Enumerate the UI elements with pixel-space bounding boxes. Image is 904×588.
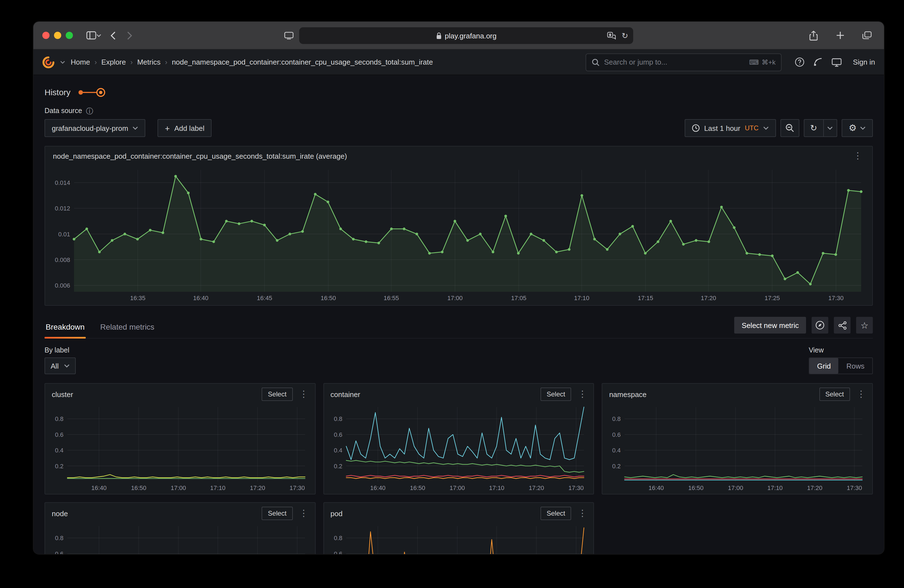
svg-text:17:20: 17:20 (529, 484, 544, 492)
add-label-button[interactable]: + Add label (158, 119, 212, 137)
svg-text:16:55: 16:55 (384, 294, 399, 302)
svg-text:17:10: 17:10 (210, 484, 226, 492)
kebab-menu-icon[interactable]: ⋮ (297, 508, 310, 519)
back-button[interactable] (105, 27, 121, 44)
panel-chart[interactable]: 0.20.40.60.816:4016:5017:0017:1017:2017:… (46, 522, 311, 554)
search-input[interactable] (604, 58, 745, 66)
new-tab-icon[interactable] (831, 27, 848, 44)
by-label-value: All (51, 362, 59, 370)
kebab-menu-icon[interactable]: ⋮ (576, 508, 589, 519)
tab-related-metrics[interactable]: Related metrics (99, 318, 156, 338)
news-icon[interactable] (814, 57, 823, 67)
panel-title: node (52, 509, 68, 518)
svg-text:0.4: 0.4 (55, 447, 63, 454)
breakdown-panel-namespace: namespaceSelect⋮0.20.40.60.816:4016:5017… (602, 383, 873, 495)
view-rows-option[interactable]: Rows (839, 358, 872, 374)
panel-chart[interactable]: 0.20.40.60.816:4016:5017:0017:1017:2017:… (325, 403, 590, 493)
kebab-menu-icon[interactable]: ⋮ (576, 389, 589, 400)
svg-text:0.4: 0.4 (612, 447, 621, 454)
by-label-dropdown[interactable]: All (44, 357, 76, 374)
time-range-picker[interactable]: Last 1 hour UTC (685, 119, 776, 137)
select-button[interactable]: Select (262, 507, 293, 520)
breadcrumb-metric-name[interactable]: node_namespace_pod_container:container_c… (172, 58, 433, 66)
traffic-lights (42, 32, 73, 39)
search-shortcut: ⌘+k (762, 58, 775, 66)
explore-compass-button[interactable] (812, 317, 828, 334)
desktop: play.grafana.org ↻ (0, 0, 904, 588)
chevron-right-icon: › (94, 58, 97, 66)
select-button[interactable]: Select (541, 387, 571, 401)
select-new-metric-button[interactable]: Select new metric (735, 317, 806, 334)
main-metric-chart[interactable]: 0.0060.0080.010.0120.01416:3516:4016:451… (47, 165, 868, 303)
kebab-menu-icon[interactable]: ⋮ (855, 389, 868, 400)
select-button[interactable]: Select (541, 507, 571, 520)
minimize-window-button[interactable] (54, 32, 61, 39)
zoom-out-button[interactable] (780, 119, 799, 137)
svg-text:0.4: 0.4 (334, 447, 342, 454)
close-window-button[interactable] (42, 32, 49, 39)
forward-button[interactable] (121, 27, 138, 44)
svg-text:0.8: 0.8 (334, 534, 342, 542)
kebab-menu-icon[interactable]: ⋮ (851, 150, 864, 161)
refresh-interval-dropdown[interactable] (823, 120, 836, 136)
svg-text:17:10: 17:10 (574, 294, 589, 302)
search-icon (592, 58, 600, 66)
history-current-step-icon[interactable] (96, 88, 105, 96)
global-search[interactable]: ⌨ ⌘+k (586, 53, 782, 71)
svg-text:17:30: 17:30 (289, 484, 305, 492)
svg-text:17:10: 17:10 (768, 484, 783, 492)
timezone-badge: UTC (745, 124, 759, 132)
help-icon[interactable] (795, 57, 804, 67)
breakdown-panel-pod: podSelect⋮0.20.40.60.816:4016:5017:0017:… (323, 502, 594, 554)
svg-text:16:45: 16:45 (257, 294, 272, 302)
share-icon[interactable] (805, 27, 822, 44)
history-step-connector (83, 92, 96, 93)
chevron-right-icon: › (130, 58, 133, 66)
grafana-logo[interactable] (42, 56, 55, 68)
time-range-value: Last 1 hour (704, 124, 740, 132)
address-bar[interactable]: play.grafana.org ↻ (299, 27, 633, 44)
svg-text:16:40: 16:40 (91, 484, 107, 492)
history-steps[interactable] (78, 88, 105, 96)
translate-icon[interactable] (607, 32, 616, 40)
keyboard-icon: ⌨ (749, 58, 759, 66)
grafana-topbar: Home › Explore › Metrics › node_namespac… (33, 49, 884, 75)
tab-overview-icon[interactable] (858, 27, 875, 44)
select-button[interactable]: Select (262, 387, 293, 401)
info-icon[interactable]: ⓘ (86, 107, 93, 114)
settings-button[interactable]: ⚙ (841, 119, 873, 137)
svg-text:17:30: 17:30 (828, 294, 844, 302)
breadcrumb: Home › Explore › Metrics › node_namespac… (71, 58, 433, 66)
page-appearance-icon[interactable] (284, 32, 294, 40)
chevron-right-icon: › (165, 58, 168, 66)
panel-chart[interactable]: 0.20.40.60.816:4016:5017:0017:1017:2017:… (325, 522, 590, 554)
sidebar-chevron-icon[interactable] (96, 34, 101, 37)
svg-text:17:15: 17:15 (638, 294, 653, 302)
refresh-button[interactable]: ↻ (804, 120, 823, 136)
monitor-icon[interactable] (832, 58, 842, 66)
panel-chart[interactable]: 0.20.40.60.816:4016:5017:0017:1017:2017:… (46, 403, 311, 493)
chevron-down-icon (133, 126, 138, 130)
svg-text:17:20: 17:20 (701, 294, 716, 302)
datasource-picker[interactable]: grafanacloud-play-prom (44, 119, 145, 137)
reload-icon[interactable]: ↻ (622, 31, 628, 40)
browser-window: play.grafana.org ↻ (33, 22, 884, 554)
share-metric-button[interactable] (834, 317, 850, 334)
zoom-window-button[interactable] (66, 32, 73, 39)
breadcrumb-explore[interactable]: Explore (101, 58, 126, 66)
panel-chart[interactable]: 0.20.40.60.816:4016:5017:0017:1017:2017:… (604, 403, 869, 493)
star-button[interactable]: ☆ (856, 317, 873, 334)
breadcrumb-home[interactable]: Home (71, 58, 90, 66)
org-chevron-icon[interactable] (60, 60, 65, 64)
gear-icon: ⚙ (849, 123, 857, 133)
history-step-dot[interactable] (78, 90, 83, 94)
svg-text:0.8: 0.8 (55, 534, 63, 542)
tab-breakdown[interactable]: Breakdown (44, 318, 86, 338)
select-button[interactable]: Select (819, 387, 850, 401)
view-grid-option[interactable]: Grid (809, 358, 839, 374)
svg-text:0.01: 0.01 (58, 231, 70, 238)
sign-in-button[interactable]: Sign in (853, 58, 876, 66)
svg-text:17:00: 17:00 (447, 294, 463, 302)
kebab-menu-icon[interactable]: ⋮ (297, 389, 310, 400)
breadcrumb-metrics[interactable]: Metrics (137, 58, 161, 66)
